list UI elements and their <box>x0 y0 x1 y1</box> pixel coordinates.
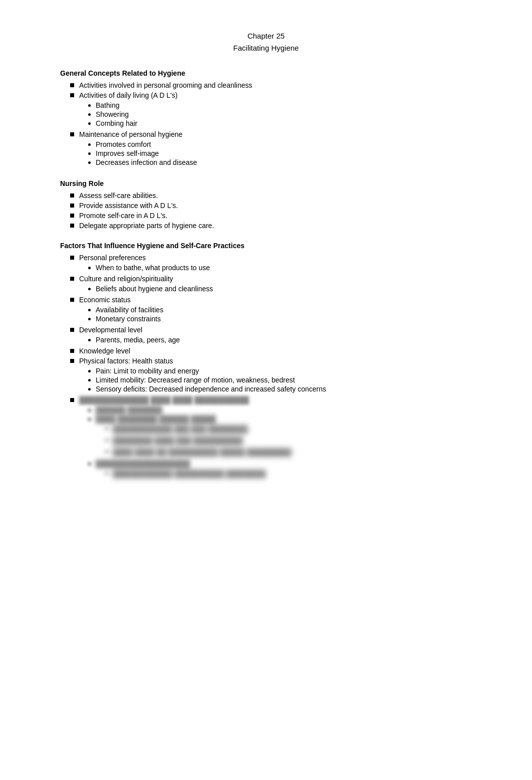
sub-list-item: When to bathe, what products to use <box>88 264 210 272</box>
dot-icon <box>88 267 91 269</box>
sub-sub-item-text: ████████ ████ ███ ██████████ <box>113 436 292 446</box>
list-item: Assess self-care abilities. <box>60 191 472 200</box>
bullet-icon <box>70 214 74 218</box>
list-item: Knowledge level <box>60 347 472 355</box>
sub-list-item: Promotes comfort <box>88 140 197 148</box>
sub-item-text: Improves self-image <box>96 149 159 157</box>
list-item: Promote self-care in A D L's. <box>60 212 472 220</box>
bullet-icon <box>70 204 74 208</box>
sub-list-item: Beliefs about hygiene and cleanliness <box>88 285 213 293</box>
list-item-text: ██████████████ ████ ████ ███████████████… <box>79 396 292 481</box>
list-item-text: Economic statusAvailability of facilitie… <box>79 296 163 324</box>
sub-item-text: Showering <box>96 110 129 118</box>
list-item: Delegate appropriate parts of hygiene ca… <box>60 222 472 230</box>
list-item-text: Delegate appropriate parts of hygiene ca… <box>79 222 214 230</box>
sub-list-item: ██████ ███████ <box>88 406 292 414</box>
sub-sub-list-item: ████████████ ███ ███ ████████ <box>105 424 292 435</box>
sub-item-text: Parents, media, peers, age <box>96 336 180 344</box>
sub-list-item: Sensory deficits: Decreased independence… <box>88 385 326 393</box>
list-item: ██████████████ ████ ████ ███████████████… <box>60 396 472 481</box>
dot-icon <box>88 388 91 391</box>
bullet-icon <box>70 256 74 260</box>
list-item: Developmental levelParents, media, peers… <box>60 326 472 345</box>
section-heading: General Concepts Related to Hygiene <box>60 69 472 77</box>
bullet-icon <box>70 83 74 87</box>
list-item: Provide assistance with A D L's. <box>60 202 472 210</box>
dot-icon <box>88 409 91 412</box>
bullet-icon <box>70 298 74 302</box>
dot-icon <box>88 318 91 320</box>
section-factors: Factors That Influence Hygiene and Self-… <box>60 242 472 481</box>
sub-item-text: Decreases infection and disease <box>96 158 197 166</box>
list-item: Activities involved in personal grooming… <box>60 81 472 89</box>
list-item-text: Promote self-care in A D L's. <box>79 212 167 220</box>
bullet-icon <box>70 224 74 228</box>
list-item-text: Assess self-care abilities. <box>79 191 158 200</box>
sub-item-text: Bathing <box>96 101 119 109</box>
dot-icon <box>88 309 91 311</box>
sub-list-item: ███████████████████████████████ ████████… <box>88 460 292 480</box>
section-heading: Factors That Influence Hygiene and Self-… <box>60 242 472 250</box>
dot-icon <box>88 143 91 146</box>
sub-sub-item-text: ████████████ ██████████ ████████ <box>113 469 265 479</box>
bullet-icon <box>70 277 74 281</box>
list-item-text: Activities involved in personal grooming… <box>79 81 252 89</box>
sub-item-text: Monetary constraints <box>96 315 161 323</box>
dot-icon <box>88 418 91 421</box>
bullet-icon <box>70 132 74 136</box>
list-item: Physical factors: Health statusPain: Lim… <box>60 357 472 394</box>
dot-icon <box>88 288 91 290</box>
dot-icon <box>88 370 91 372</box>
sub-item-text: Promotes comfort <box>96 140 151 148</box>
bullet-icon <box>70 349 74 353</box>
sub-sub-item-text: ████ ████ ██ ██████████ █████ █████████ <box>113 447 292 458</box>
bullet-icon <box>70 193 74 198</box>
sub-item-text: Pain: Limit to mobility and energy <box>96 367 199 375</box>
list-item: Economic statusAvailability of facilitie… <box>60 296 472 324</box>
dot-icon <box>88 104 91 107</box>
chapter-title: Facilitating Hygiene <box>60 42 472 54</box>
bullet-icon <box>70 398 74 402</box>
sub-item-text: ████ ████████ ██████ █████████████████ █… <box>96 415 292 459</box>
list-item-text: Maintenance of personal hygienePromotes … <box>79 130 197 167</box>
sub-list-item: Limited mobility: Decreased range of mot… <box>88 376 326 384</box>
list-item-text: Culture and religion/spiritualityBeliefs… <box>79 275 213 294</box>
sub-item-text: Beliefs about hygiene and cleanliness <box>96 285 213 293</box>
dot-icon <box>88 161 91 164</box>
section-general-concepts: General Concepts Related to HygieneActiv… <box>60 69 472 167</box>
dash-icon <box>105 451 109 452</box>
dot-icon <box>88 152 91 155</box>
dot-icon <box>88 463 91 465</box>
sub-list-item: Decreases infection and disease <box>88 158 197 166</box>
section-nursing-role: Nursing RoleAssess self-care abilities.P… <box>60 179 472 230</box>
sub-sub-list-item: ████ ████ ██ ██████████ █████ █████████ <box>105 447 292 458</box>
bullet-icon <box>70 328 74 332</box>
dash-icon <box>105 440 109 441</box>
list-item-text: Provide assistance with A D L's. <box>79 202 178 210</box>
list-item: Culture and religion/spiritualityBeliefs… <box>60 275 472 294</box>
list-item: Activities of daily living (A D L's)Bath… <box>60 91 472 128</box>
dash-icon <box>105 473 109 474</box>
sub-item-text: Availability of facilities <box>96 306 163 314</box>
dot-icon <box>88 379 91 381</box>
sub-list-item: Availability of facilities <box>88 306 163 314</box>
dot-icon <box>88 339 91 341</box>
sub-list-item: Bathing <box>88 101 177 109</box>
list-item: Personal preferencesWhen to bathe, what … <box>60 254 472 273</box>
list-item-text: Physical factors: Health statusPain: Lim… <box>79 357 326 394</box>
dash-icon <box>105 428 109 429</box>
section-heading: Nursing Role <box>60 179 472 187</box>
sub-item-text: ██████ ███████ <box>96 406 162 414</box>
list-item-text: Developmental levelParents, media, peers… <box>79 326 180 345</box>
bullet-icon <box>70 359 74 363</box>
sub-item-text: ███████████████████████████████ ████████… <box>96 460 265 480</box>
sub-list-item: Monetary constraints <box>88 315 163 323</box>
list-item-text: Personal preferencesWhen to bathe, what … <box>79 254 210 273</box>
sub-item-text: Combing hair <box>96 119 137 127</box>
sub-sub-list-item: ████████ ████ ███ ██████████ <box>105 436 292 446</box>
sub-item-text: Sensory deficits: Decreased independence… <box>96 385 326 393</box>
list-item-text: Knowledge level <box>79 347 130 355</box>
bullet-icon <box>70 93 74 97</box>
dot-icon <box>88 122 91 125</box>
sub-list-item: Parents, media, peers, age <box>88 336 180 344</box>
